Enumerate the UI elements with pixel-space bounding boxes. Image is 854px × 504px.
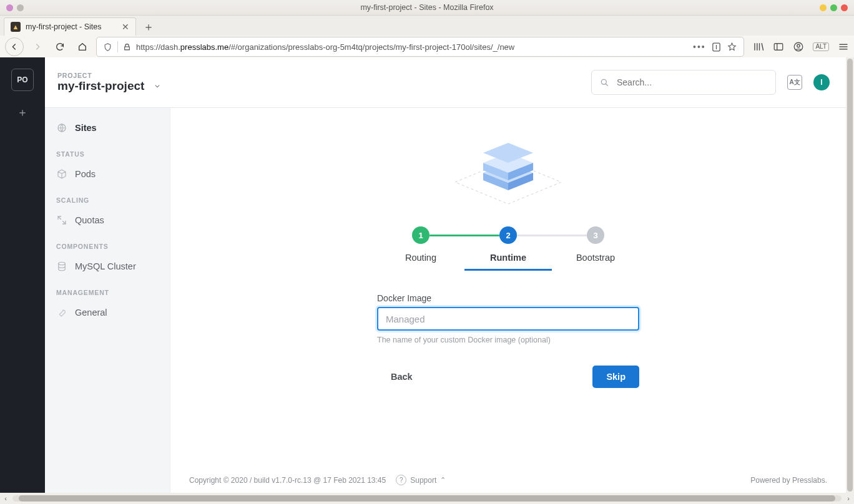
step-bootstrap[interactable]: 3 Bootstrap [552,226,639,271]
nav-label: General [75,308,107,317]
step-label: Routing [405,253,436,269]
project-switcher-button[interactable] [153,82,162,90]
scroll-left-icon[interactable]: ‹ [0,495,11,502]
bookmark-star-icon[interactable] [727,42,737,52]
step-connector [517,235,587,236]
docker-image-label: Docker Image [377,293,639,303]
step-number: 3 [587,226,604,244]
globe-icon [56,122,67,133]
org-rail: PO ＋ [0,57,45,493]
step-label: Bootstrap [576,253,615,269]
user-avatar[interactable]: I [813,74,830,90]
step-routing[interactable]: 1 Routing [377,226,464,271]
stack-icon [443,129,574,210]
url-bar[interactable]: https://dash.presslabs.me/#/organization… [96,37,744,57]
runtime-form: Docker Image The name of your custom Doc… [377,293,639,388]
chevron-up-icon: ⌃ [440,476,446,484]
os-titlebar: my-first-project - Sites - Mozilla Firef… [0,0,854,16]
expand-icon [56,215,67,226]
arrow-right-icon [32,42,42,52]
window-title: my-first-project - Sites - Mozilla Firef… [0,3,854,12]
footer-copyright: Copyright © 2020 / build v1.7.0-rc.13 @ … [189,476,386,485]
search-input[interactable] [616,77,768,88]
nav-label: Sites [75,123,97,133]
vertical-scrollbar[interactable] [846,57,854,493]
avatar-initial: I [820,78,822,87]
project-label: PROJECT [57,72,162,79]
nav-item-quotas[interactable]: Quotas [45,209,170,231]
wrench-icon [56,307,67,318]
scrollbar-thumb[interactable] [847,59,853,492]
language-button[interactable]: A文 [787,75,802,90]
scrollbar-thumb[interactable] [19,495,835,502]
global-search[interactable] [591,70,776,95]
hero-illustration [189,129,827,210]
nav-reload-button[interactable] [51,38,69,56]
step-runtime[interactable]: 2 Runtime [464,226,552,271]
library-icon[interactable] [753,41,764,52]
skip-button[interactable]: Skip [592,366,639,388]
language-label: A文 [789,78,800,87]
nav-back-button[interactable] [5,37,24,56]
sidebar-icon[interactable] [773,41,784,52]
horizontal-scrollbar[interactable]: ‹ › [0,493,854,504]
svg-rect-1 [775,44,783,51]
chevron-down-icon [153,82,162,90]
reload-icon [55,42,65,52]
browser-tabstrip: ▲ my-first-project - Sites ✕ ＋ [0,16,854,36]
nav-group-status: STATUS [45,139,170,163]
footer-powered: Powered by Presslabs. [750,476,827,485]
nav-item-pods[interactable]: Pods [45,163,170,185]
search-icon [599,77,609,87]
arrow-left-icon [9,42,19,52]
page-actions-icon[interactable]: ••• [692,42,706,52]
scroll-right-icon[interactable]: › [843,495,854,502]
help-icon: ? [396,475,406,485]
alt-badge-icon[interactable]: ALT [813,42,829,51]
hamburger-menu-icon[interactable] [838,41,849,52]
new-tab-button[interactable]: ＋ [140,18,157,36]
scrollbar-track[interactable] [12,495,842,502]
browser-tab[interactable]: ▲ my-first-project - Sites ✕ [4,17,136,36]
nav-forward-button [29,38,46,56]
back-button[interactable]: Back [377,366,426,388]
tab-close-icon[interactable]: ✕ [122,22,129,32]
lock-icon [123,43,131,51]
window-dot [17,4,24,11]
shield-icon [103,42,112,52]
nav-home-button[interactable] [74,38,91,56]
step-label: Runtime [490,253,526,269]
account-icon[interactable] [793,41,804,52]
app-footer: Copyright © 2020 / build v1.7.0-rc.13 @ … [189,475,827,485]
browser-toolbar: https://dash.presslabs.me/#/organization… [0,36,854,59]
add-org-button[interactable]: ＋ [17,105,28,120]
window-minimize-icon[interactable] [820,4,827,11]
nav-item-sites[interactable]: Sites [45,117,170,139]
reader-icon[interactable] [711,42,722,52]
svg-point-6 [59,262,66,265]
docker-image-help: The name of your custom Docker image (op… [377,336,639,344]
url-divider [117,41,118,52]
main-content: 1 Routing 2 Runtime [170,108,846,493]
support-link[interactable]: ? Support ⌃ [396,475,446,485]
wizard-stepper: 1 Routing 2 Runtime [189,226,827,271]
svg-point-3 [797,44,800,47]
nav-label: MySQL Cluster [75,261,136,271]
url-text: https://dash.presslabs.me/#/organization… [136,42,687,52]
svg-point-4 [601,79,606,84]
window-dot [6,4,13,11]
org-badge[interactable]: PO [11,69,34,91]
support-label: Support [410,476,436,485]
nav-group-management: MANAGEMENT [45,278,170,301]
nav-item-mysql[interactable]: MySQL Cluster [45,255,170,278]
step-connector [429,235,499,236]
nav-label: Quotas [75,215,104,225]
database-icon [56,261,67,272]
nav-item-general[interactable]: General [45,301,170,324]
org-initials: PO [17,75,27,84]
docker-image-input[interactable] [377,307,639,331]
app-header: PROJECT my-first-project A文 I [45,57,846,108]
window-maximize-icon[interactable] [830,4,837,11]
window-close-icon[interactable] [841,4,848,11]
side-nav: Sites STATUS Pods SCALING Quotas COMPONE… [45,108,170,493]
